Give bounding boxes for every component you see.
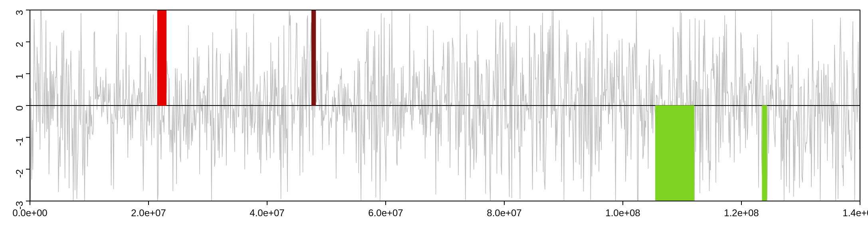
chart-svg: 0.0e+002.0e+074.0e+076.0e+078.0e+071.0e+… (0, 0, 868, 231)
y-tick-label: 1 (14, 74, 25, 79)
x-tick-label: 8.0e+07 (487, 207, 521, 218)
x-tick-label: 1.2e+08 (724, 207, 759, 218)
y-tick-label: -1 (14, 137, 25, 146)
x-tick-label: 6.0e+07 (368, 207, 403, 218)
y-tick-label: 3 (14, 10, 25, 15)
green-block-1 (656, 106, 694, 201)
x-tick-label: 1.0e+08 (605, 207, 640, 218)
x-tick-label: 2.0e+07 (131, 207, 166, 218)
chart-container: 0.0e+002.0e+074.0e+076.0e+078.0e+071.0e+… (0, 0, 868, 231)
x-tick-label: 4.0e+07 (250, 207, 284, 218)
y-tick-label: 0 (14, 106, 25, 111)
red-block-1 (157, 10, 166, 106)
darkred-bar (311, 10, 315, 106)
y-tick-label: -3 (14, 201, 25, 209)
x-tick-label: 1.4e+08 (842, 207, 868, 218)
y-tick-label: -2 (14, 169, 25, 177)
y-tick-label: 2 (14, 42, 25, 47)
green-bar (762, 106, 767, 201)
